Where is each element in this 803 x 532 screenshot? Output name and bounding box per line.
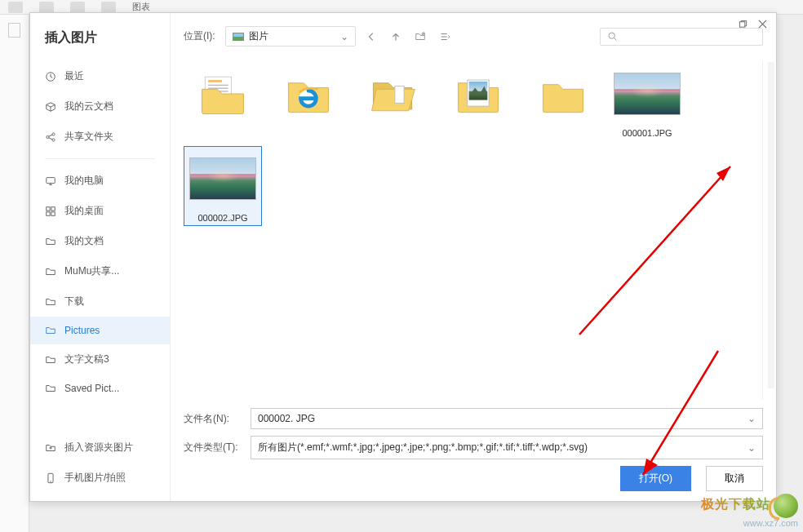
file-item-folder[interactable] bbox=[184, 61, 262, 141]
filename-input[interactable]: 000002. JPG ⌄ bbox=[251, 408, 763, 429]
folder-icon bbox=[45, 266, 56, 277]
chevron-down-icon: ⌄ bbox=[748, 442, 756, 454]
globe-icon bbox=[774, 494, 798, 518]
nav-label: 插入资源夹图片 bbox=[64, 441, 133, 454]
svg-point-11 bbox=[50, 481, 51, 481]
nav-computer[interactable]: 我的电脑 bbox=[30, 166, 170, 196]
svg-rect-9 bbox=[51, 211, 55, 215]
back-button[interactable] bbox=[362, 28, 380, 46]
nav-documents[interactable]: 我的文档 bbox=[30, 226, 170, 256]
svg-point-4 bbox=[52, 138, 55, 140]
svg-rect-21 bbox=[395, 86, 404, 104]
filename-label: 文件名(N): bbox=[184, 412, 242, 426]
nav-mumu[interactable]: MuMu共享... bbox=[30, 256, 170, 286]
nav-label: 下载 bbox=[64, 295, 84, 308]
location-select[interactable]: 图片 ⌄ bbox=[225, 26, 356, 47]
nav-pictures[interactable]: Pictures bbox=[30, 317, 170, 344]
open-button[interactable]: 打开(O) bbox=[620, 466, 691, 491]
scrollbar[interactable] bbox=[768, 62, 774, 388]
filetype-select[interactable]: 所有图片(*.emf;*.wmf;*.jpg;*.jpeg;*.jpe;*.pn… bbox=[251, 436, 763, 459]
add-folder-icon bbox=[45, 442, 56, 454]
folder-icon bbox=[45, 236, 56, 247]
watermark: 极光下载站 www.xz7.com bbox=[701, 494, 798, 529]
nav-savedpict[interactable]: Saved Pict... bbox=[30, 375, 170, 402]
nav-label: 文字文稿3 bbox=[64, 352, 109, 366]
nav-label: 最近 bbox=[64, 69, 84, 83]
divider bbox=[45, 158, 155, 159]
nav-text3[interactable]: 文字文稿3 bbox=[30, 344, 170, 375]
folder-icon bbox=[45, 354, 56, 366]
nav-resource-folder[interactable]: 插入资源夹图片 bbox=[30, 432, 170, 463]
nav-desktop[interactable]: 我的桌面 bbox=[30, 196, 170, 226]
up-button[interactable] bbox=[387, 28, 405, 46]
file-item-folder[interactable] bbox=[438, 61, 517, 141]
nav-label: 我的桌面 bbox=[64, 204, 104, 218]
dialog-title: 插入图片 bbox=[30, 29, 170, 61]
svg-rect-8 bbox=[47, 211, 50, 215]
nav-label: 我的云文档 bbox=[64, 100, 113, 113]
chevron-down-icon: ⌄ bbox=[340, 31, 348, 42]
location-label: 位置(I): bbox=[184, 29, 215, 43]
folder-icon bbox=[450, 71, 504, 117]
folder-open-icon bbox=[366, 71, 419, 117]
file-label: 000002.JPG bbox=[187, 213, 259, 223]
file-item-image[interactable]: 000001.JPG bbox=[608, 61, 686, 141]
share-icon bbox=[45, 131, 56, 143]
chevron-down-icon: ⌄ bbox=[748, 413, 756, 424]
insert-image-dialog: 插入图片 最近 我的云文档 共享文件夹 我的电脑 我的桌面 bbox=[29, 12, 777, 502]
folder-icon bbox=[535, 71, 589, 117]
nav-label: 我的电脑 bbox=[64, 174, 104, 188]
grid-icon bbox=[45, 206, 56, 217]
folder-icon bbox=[45, 383, 56, 394]
host-sidebar bbox=[0, 15, 29, 532]
folder-icon bbox=[196, 71, 250, 117]
search-box[interactable] bbox=[600, 28, 763, 46]
search-input[interactable] bbox=[623, 31, 756, 42]
svg-point-3 bbox=[52, 132, 55, 135]
filename-value: 000002. JPG bbox=[258, 413, 315, 424]
nav-downloads[interactable]: 下载 bbox=[30, 286, 170, 317]
filetype-label: 文件类型(T): bbox=[184, 441, 242, 454]
file-item-folder[interactable] bbox=[268, 61, 347, 141]
location-value: 图片 bbox=[249, 29, 268, 43]
image-thumbnail bbox=[614, 73, 681, 115]
folder-icon bbox=[45, 296, 56, 308]
nav-label: MuMu共享... bbox=[64, 264, 119, 278]
nav-cloud[interactable]: 我的云文档 bbox=[30, 91, 170, 122]
file-grid[interactable]: 000001.JPG 000002.JPG bbox=[184, 61, 763, 400]
cube-icon bbox=[45, 101, 56, 113]
watermark-url: www.xz7.com bbox=[701, 518, 798, 529]
pictures-icon bbox=[233, 33, 244, 41]
image-thumbnail bbox=[189, 157, 256, 200]
folder-icon bbox=[45, 325, 56, 336]
nav-recent[interactable]: 最近 bbox=[30, 61, 170, 91]
new-folder-button[interactable] bbox=[411, 28, 429, 46]
nav-label: Pictures bbox=[64, 325, 100, 336]
dialog-sidebar: 插入图片 最近 我的云文档 共享文件夹 我的电脑 我的桌面 bbox=[30, 13, 171, 501]
nav-label: 共享文件夹 bbox=[64, 130, 113, 144]
nav-shared[interactable]: 共享文件夹 bbox=[30, 122, 170, 152]
phone-icon bbox=[45, 472, 56, 484]
svg-rect-16 bbox=[208, 85, 228, 86]
nav-label: Saved Pict... bbox=[64, 383, 119, 394]
clock-icon bbox=[45, 71, 56, 82]
cancel-button[interactable]: 取消 bbox=[706, 466, 763, 491]
svg-rect-6 bbox=[47, 206, 50, 210]
nav-phone-photo[interactable]: 手机图片/拍照 bbox=[30, 463, 170, 493]
filetype-value: 所有图片(*.emf;*.wmf;*.jpg;*.jpeg;*.jpe;*.pn… bbox=[258, 441, 588, 454]
folder-icon bbox=[281, 71, 335, 117]
svg-rect-7 bbox=[51, 206, 55, 210]
view-mode-button[interactable] bbox=[436, 28, 454, 46]
svg-point-2 bbox=[47, 135, 49, 138]
svg-rect-17 bbox=[208, 87, 228, 88]
svg-rect-15 bbox=[208, 80, 222, 82]
file-item-folder[interactable] bbox=[353, 61, 432, 141]
file-item-folder[interactable] bbox=[523, 61, 601, 141]
file-label: 000001.JPG bbox=[611, 128, 683, 138]
nav-label: 手机图片/拍照 bbox=[64, 471, 126, 485]
nav-label: 我的文档 bbox=[64, 234, 104, 248]
monitor-icon bbox=[45, 175, 56, 187]
svg-point-13 bbox=[609, 33, 614, 38]
svg-rect-5 bbox=[47, 177, 55, 183]
file-item-image[interactable]: 000002.JPG bbox=[184, 146, 262, 226]
